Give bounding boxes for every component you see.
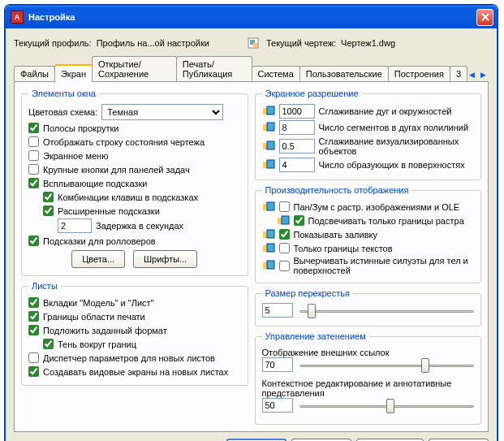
app-icon: A <box>11 11 24 24</box>
svg-rect-16 <box>267 230 274 238</box>
xref-fade-label: Отображение внешних ссылок <box>262 348 390 357</box>
true-silhouettes-label: Вычерчивать истинные силуэты для тел и п… <box>294 256 475 275</box>
svg-rect-6 <box>267 123 274 131</box>
create-viewports-checkbox[interactable] <box>28 366 39 377</box>
print-area-label: Границы области печати <box>43 312 145 322</box>
tab-screen[interactable]: Экран <box>54 64 93 82</box>
crosshair-slider[interactable] <box>299 303 475 319</box>
model-layout-tabs-checkbox[interactable] <box>28 297 39 308</box>
shortcut-keys-checkbox[interactable] <box>43 192 54 202</box>
statusbar-label: Отображать строку состояния чертежа <box>43 137 205 147</box>
screen-menu-checkbox[interactable] <box>28 150 39 161</box>
inplace-fade-input[interactable] <box>262 398 293 413</box>
poly-seg-input[interactable] <box>279 120 315 135</box>
surf-contour-label: Число образующих в поверхностях <box>319 160 475 170</box>
config-icon <box>262 229 275 240</box>
rollover-tips-checkbox[interactable] <box>28 236 39 246</box>
tab-scroll-right-icon[interactable]: ▶ <box>478 68 489 80</box>
current-profile-value: Профиль на...ой настройки <box>97 38 209 48</box>
xref-fade-input[interactable] <box>262 357 293 372</box>
drawing-icon <box>247 37 260 50</box>
pan-zoom-checkbox[interactable] <box>279 201 290 212</box>
x-icon <box>481 13 489 21</box>
print-area-checkbox[interactable] <box>28 311 39 322</box>
tab-open-save[interactable]: Открытие/Сохранение <box>92 56 177 81</box>
apply-fill-checkbox[interactable] <box>279 229 290 240</box>
group-fade-control: Управление затенением Отображение внешни… <box>255 331 482 425</box>
crosshair-input[interactable] <box>262 303 293 318</box>
svg-rect-2 <box>253 43 257 47</box>
create-viewports-label: Создавать видовые экраны на новых листах <box>43 367 228 377</box>
text-frame-label: Только границы текстов <box>294 244 393 253</box>
group-layouts: Листы Вкладки "Модель" и "Лист" Границы … <box>21 281 248 386</box>
shortcut-keys-label: Комбинации клавиш в подсказках <box>58 192 198 202</box>
color-scheme-label: Цветовая схема: <box>28 107 97 117</box>
color-scheme-select[interactable]: Темная <box>101 104 223 120</box>
paper-bg-checkbox[interactable] <box>28 325 39 335</box>
extended-tips-checkbox[interactable] <box>43 205 54 216</box>
arc-smooth-label: Сглаживание дуг и окружностей <box>319 106 475 116</box>
tab-drafting[interactable]: Построения <box>388 66 450 81</box>
svg-rect-10 <box>267 160 274 168</box>
tab-files[interactable]: Файлы <box>14 66 55 81</box>
scrollbars-label: Полосы прокрутки <box>43 123 118 133</box>
legend-resolution: Экранное разрешение <box>262 89 362 98</box>
legend-crosshair: Размер перекрестья <box>262 288 353 298</box>
group-resolution: Экранное разрешение Сглаживание дуг и ок… <box>255 89 482 180</box>
tab-user[interactable]: Пользовательские <box>299 66 389 81</box>
left-column: Элементы окна Цветовая схема: Темная Пол… <box>21 89 248 425</box>
colors-button[interactable]: Цвета... <box>71 250 125 268</box>
apply-fill-label: Показывать заливку <box>294 230 377 240</box>
page-setup-mgr-label: Диспетчер параметров для новых листов <box>43 353 215 363</box>
render-smooth-input[interactable] <box>279 139 315 153</box>
scrollbars-checkbox[interactable] <box>28 123 39 133</box>
config-icon <box>262 106 275 117</box>
highlight-raster-checkbox[interactable] <box>294 215 304 226</box>
xref-fade-slider[interactable] <box>299 357 475 374</box>
text-frame-checkbox[interactable] <box>279 243 290 253</box>
config-icon <box>262 159 275 171</box>
tab-system[interactable]: Система <box>252 66 300 81</box>
tab-3d[interactable]: 3 <box>450 66 467 81</box>
right-column: Экранное разрешение Сглаживание дуг и ок… <box>255 89 482 425</box>
group-crosshair: Размер перекрестья <box>255 288 482 326</box>
fonts-button[interactable]: Шрифты... <box>133 250 197 268</box>
profile-row: Текущий профиль: Профиль на...ой настрой… <box>14 35 489 56</box>
dialog-button-row: OK Отмена Применить Справка <box>14 432 489 441</box>
large-buttons-label: Крупные кнопки для панелей задач <box>43 165 190 175</box>
svg-rect-8 <box>267 141 274 149</box>
delay-label: Задержка в секундах <box>96 221 183 231</box>
svg-rect-20 <box>267 261 274 269</box>
shadow-checkbox[interactable] <box>43 339 54 349</box>
tooltips-label: Всплывающие подсказки <box>43 179 147 188</box>
highlight-raster-label: Подсвечивать только границы растра <box>308 216 464 226</box>
statusbar-checkbox[interactable] <box>28 136 39 147</box>
config-icon <box>262 141 275 152</box>
tab-print[interactable]: Печать/Публикация <box>176 56 252 81</box>
page-setup-mgr-checkbox[interactable] <box>28 352 39 363</box>
svg-rect-4 <box>267 106 274 115</box>
surf-contour-input[interactable] <box>279 158 315 172</box>
model-layout-tabs-label: Вкладки "Модель" и "Лист" <box>43 298 154 308</box>
inplace-fade-slider[interactable] <box>299 398 475 414</box>
delay-input[interactable] <box>58 218 92 233</box>
current-drawing-label: Текущий чертеж: <box>266 38 336 48</box>
tab-strip: Файлы Экран Открытие/Сохранение Печать/П… <box>14 56 489 82</box>
tab-scroll-left-icon[interactable]: ◀ <box>467 68 477 80</box>
paper-bg-label: Подложить заданный формат <box>43 326 167 335</box>
render-smooth-label: Сглаживание визуализированных объектов <box>319 136 475 156</box>
config-icon <box>262 201 275 213</box>
large-buttons-checkbox[interactable] <box>28 164 39 175</box>
close-icon[interactable] <box>476 9 493 26</box>
arc-smooth-input[interactable] <box>279 104 315 119</box>
pan-zoom-label: Пан/Зум с растр. изображениями и OLE <box>294 202 460 212</box>
legend-window-elements: Элементы окна <box>28 89 99 98</box>
true-silhouettes-checkbox[interactable] <box>279 261 290 271</box>
group-window-elements: Элементы окна Цветовая схема: Темная Пол… <box>21 89 248 276</box>
group-performance: Производительность отображения Пан/Зум с… <box>255 185 482 283</box>
tooltips-checkbox[interactable] <box>28 178 39 188</box>
titlebar[interactable]: A Настройка <box>6 6 497 28</box>
legend-layouts: Листы <box>28 281 61 291</box>
config-icon <box>262 122 275 133</box>
inplace-fade-label: Контекстное редактирование и аннотативны… <box>262 378 452 398</box>
